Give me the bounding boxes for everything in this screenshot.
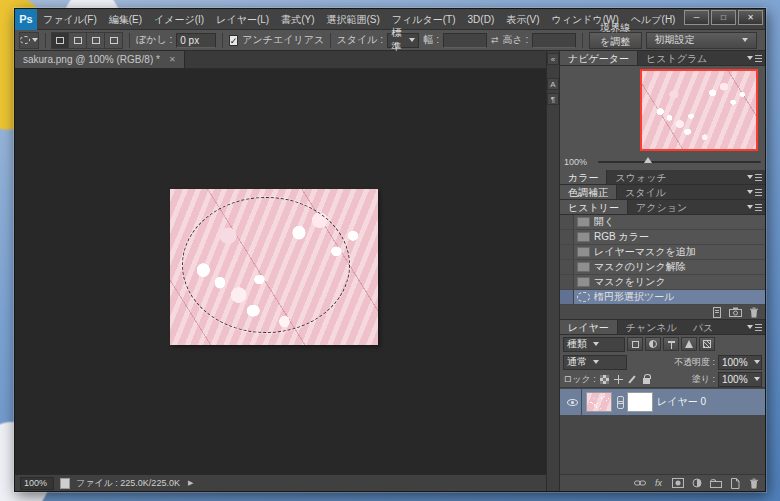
panel-menu-icon[interactable] <box>747 185 765 199</box>
new-group-folder-icon[interactable] <box>709 478 722 489</box>
layer-mask-thumbnail[interactable] <box>627 392 653 412</box>
canvas-image[interactable] <box>170 189 378 345</box>
expand-panels-icon[interactable]: « <box>547 53 559 65</box>
workspace-preset-button[interactable]: 初期設定 <box>646 32 757 49</box>
new-selection-button[interactable] <box>51 32 69 49</box>
filter-adjustment-layers-button[interactable] <box>645 337 661 351</box>
color-tab-row: カラー スウォッチ <box>560 170 765 185</box>
maximize-button[interactable]: □ <box>711 10 736 25</box>
history-step-open[interactable]: 開く <box>560 215 765 230</box>
history-source-checkbox[interactable] <box>560 230 574 244</box>
tab-styles[interactable]: スタイル <box>617 185 674 199</box>
status-options-arrow-icon[interactable]: ▶ <box>188 479 193 487</box>
tab-close-icon[interactable]: ✕ <box>169 55 176 64</box>
navigator-zoom-value[interactable]: 100% <box>564 157 594 167</box>
blend-mode-dropdown[interactable]: 通常 <box>563 355 627 370</box>
height-input[interactable] <box>532 33 576 48</box>
tab-layers[interactable]: レイヤー <box>560 320 618 334</box>
layer-thumbnail[interactable] <box>586 392 612 412</box>
zoom-slider-thumb-icon[interactable] <box>644 157 652 163</box>
tab-paths[interactable]: パス <box>685 320 721 334</box>
menu-edit[interactable]: 編集(E) <box>103 9 148 30</box>
fill-value: 100% <box>722 374 748 385</box>
tab-swatches[interactable]: スウォッチ <box>607 170 674 184</box>
new-snapshot-camera-icon[interactable] <box>729 307 742 318</box>
history-source-checkbox[interactable] <box>560 245 574 259</box>
tab-channels[interactable]: チャンネル <box>618 320 685 334</box>
tab-histogram[interactable]: ヒストグラム <box>638 51 715 65</box>
new-adjustment-layer-icon[interactable] <box>690 478 703 489</box>
layer-visibility-cell[interactable] <box>564 389 582 415</box>
layer-row-layer0[interactable]: レイヤー 0 <box>560 389 765 415</box>
tab-actions[interactable]: アクション <box>628 200 695 214</box>
history-step-rgb-color[interactable]: RGB カラー <box>560 230 765 245</box>
status-zoom-input[interactable]: 100% <box>20 477 54 490</box>
tab-navigator[interactable]: ナビゲーター <box>560 51 638 65</box>
document-tab[interactable]: sakura.png @ 100% (RGB/8) * ✕ <box>15 51 185 68</box>
filter-smart-objects-button[interactable] <box>699 337 715 351</box>
history-step-unlink-mask[interactable]: マスクのリンク解除 <box>560 260 765 275</box>
menu-select[interactable]: 選択範囲(S) <box>321 9 386 30</box>
panel-menu-icon[interactable] <box>747 320 765 334</box>
refine-edge-button[interactable]: 境界線を調整 ... <box>589 32 642 49</box>
new-document-from-state-icon[interactable] <box>711 307 724 318</box>
width-input[interactable] <box>443 33 487 48</box>
close-button[interactable]: ✕ <box>738 10 763 25</box>
menu-image[interactable]: イメージ(I) <box>148 9 210 30</box>
add-to-selection-button[interactable] <box>69 32 87 49</box>
subtract-from-selection-button[interactable] <box>87 32 105 49</box>
lock-transparency-icon[interactable] <box>599 374 610 385</box>
history-source-checkbox[interactable] <box>560 290 574 304</box>
menu-help[interactable]: ヘルプ(H) <box>625 9 682 30</box>
swap-dimensions-icon[interactable]: ⇄ <box>491 35 499 45</box>
style-dropdown[interactable]: 標準 <box>387 33 419 48</box>
add-layer-mask-icon[interactable] <box>671 478 684 489</box>
document-tab-bar: sakura.png @ 100% (RGB/8) * ✕ <box>15 51 546 69</box>
canvas[interactable] <box>15 69 546 474</box>
menu-3d[interactable]: 3D(D) <box>462 9 501 30</box>
delete-state-trash-icon[interactable] <box>747 307 760 318</box>
layer-style-fx-icon[interactable]: fx <box>652 478 665 489</box>
lock-all-icon[interactable] <box>641 374 652 385</box>
intersect-selection-button[interactable] <box>105 32 123 49</box>
antialias-checkbox[interactable]: ✓ <box>229 35 239 46</box>
fill-dropdown[interactable]: 100% <box>718 372 762 387</box>
hamburger-icon <box>755 204 762 211</box>
navigator-zoom-slider[interactable] <box>598 161 761 163</box>
lock-pixels-icon[interactable] <box>627 374 638 385</box>
paragraph-panel-icon[interactable]: ¶ <box>547 93 559 105</box>
menu-view[interactable]: 表示(V) <box>500 9 545 30</box>
filter-pixel-layers-button[interactable] <box>627 337 643 351</box>
elliptical-selection-marquee[interactable] <box>182 197 350 333</box>
link-layers-icon[interactable] <box>633 478 646 489</box>
panel-menu-icon[interactable] <box>747 170 765 184</box>
menu-type[interactable]: 書式(Y) <box>275 9 320 30</box>
tab-color[interactable]: カラー <box>560 170 607 184</box>
history-step-link-mask[interactable]: マスクをリンク <box>560 275 765 290</box>
filter-kind-dropdown[interactable]: 種類 <box>563 337 625 352</box>
mask-link-icon[interactable] <box>616 396 623 408</box>
filter-type-layers-button[interactable] <box>663 337 679 351</box>
delete-layer-trash-icon[interactable] <box>747 478 760 489</box>
layer-name[interactable]: レイヤー 0 <box>657 395 706 409</box>
tab-adjustments[interactable]: 色調補正 <box>560 185 617 199</box>
opacity-dropdown[interactable]: 100% <box>718 355 762 370</box>
panel-menu-icon[interactable] <box>747 51 765 65</box>
panel-menu-icon[interactable] <box>747 200 765 214</box>
history-step-elliptical-marquee[interactable]: 楕円形選択ツール <box>560 290 765 305</box>
new-layer-icon[interactable] <box>728 478 741 489</box>
minimize-button[interactable]: ─ <box>684 10 709 25</box>
navigator-proxy-preview[interactable] <box>640 69 758 151</box>
tab-history[interactable]: ヒストリー <box>560 200 628 214</box>
menu-layer[interactable]: レイヤー(L) <box>210 9 275 30</box>
history-step-add-layer-mask[interactable]: レイヤーマスクを追加 <box>560 245 765 260</box>
history-source-checkbox[interactable] <box>560 275 574 289</box>
history-source-checkbox[interactable] <box>560 215 574 229</box>
feather-input[interactable] <box>176 33 216 48</box>
history-source-checkbox[interactable] <box>560 260 574 274</box>
lock-position-icon[interactable] <box>613 374 624 385</box>
filter-shape-layers-button[interactable] <box>681 337 697 351</box>
elliptical-marquee-tool-preset[interactable] <box>19 32 39 49</box>
character-panel-icon[interactable]: A <box>547 78 559 90</box>
menu-file[interactable]: ファイル(F) <box>37 9 103 30</box>
